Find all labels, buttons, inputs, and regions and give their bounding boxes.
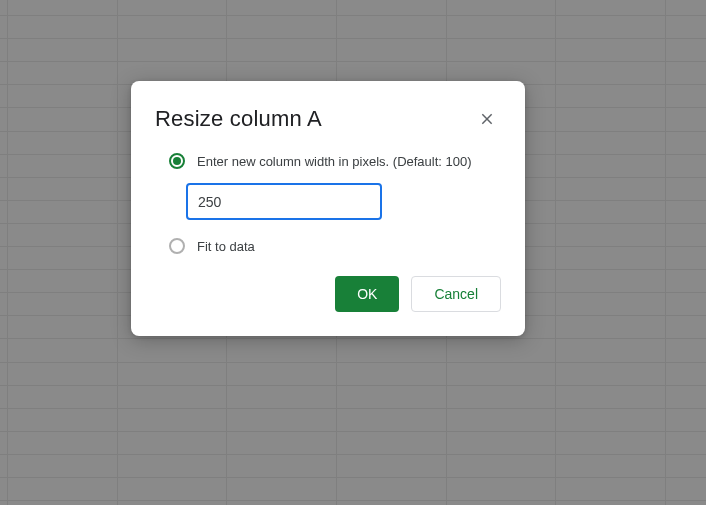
radio-enter-width[interactable] — [169, 153, 185, 169]
radio-fit-to-data-label: Fit to data — [197, 239, 255, 254]
option-fit-to-data-row[interactable]: Fit to data — [169, 238, 501, 254]
cancel-button[interactable]: Cancel — [411, 276, 501, 312]
dialog-header: Resize column A — [155, 105, 501, 133]
radio-fit-to-data[interactable] — [169, 238, 185, 254]
close-icon — [479, 111, 495, 127]
option-enter-width-row[interactable]: Enter new column width in pixels. (Defau… — [169, 153, 501, 169]
dialog-button-row: OK Cancel — [155, 276, 501, 312]
ok-button[interactable]: OK — [335, 276, 399, 312]
dialog-title: Resize column A — [155, 106, 322, 132]
close-button[interactable] — [473, 105, 501, 133]
column-width-input[interactable] — [186, 183, 382, 220]
resize-column-dialog: Resize column A Enter new column width i… — [131, 81, 525, 336]
radio-enter-width-label: Enter new column width in pixels. (Defau… — [197, 154, 472, 169]
